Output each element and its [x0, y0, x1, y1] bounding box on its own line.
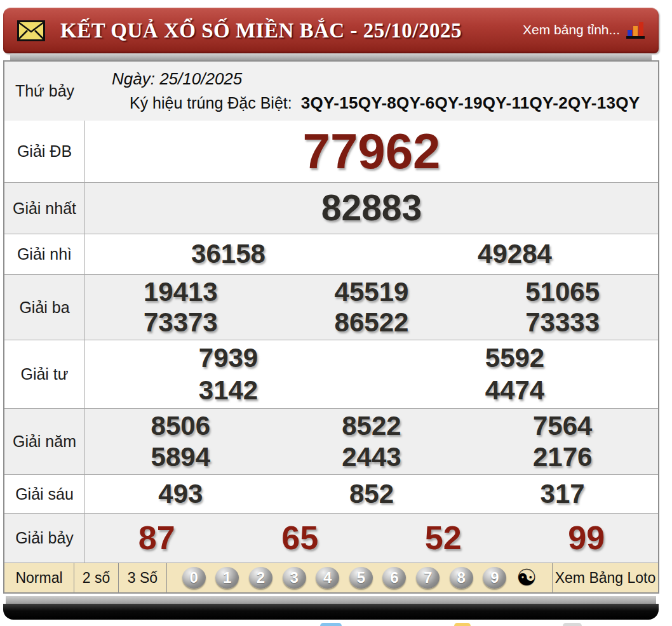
prize-number-line: 79395592 [85, 344, 658, 372]
prize-number: 45519 [276, 278, 467, 306]
prize-number: 8522 [276, 412, 467, 440]
mode-normal-button[interactable]: Normal [4, 563, 74, 592]
digit-2-button[interactable]: 2 [249, 567, 272, 589]
prize-number-line: 77962 [85, 126, 658, 178]
prize-number: 99 [515, 521, 659, 556]
prize-values-sau: 493852317 [85, 475, 658, 513]
prize-number-line: 82883 [85, 189, 658, 227]
prize-row-bay: Giải bảy87655299 [4, 513, 658, 563]
top-bezel [10, 53, 652, 60]
page-title: KẾT QUẢ XỔ SỐ MIỀN BẮC - 25/10/2025 [60, 19, 462, 43]
digit-9-button[interactable]: 9 [483, 567, 506, 589]
prize-number-line: 194134551951065 [85, 278, 658, 306]
prize-values-nam: 850685227564589424432176 [85, 409, 658, 474]
prize-label-tu: Giải tư [4, 340, 85, 408]
date-content: Ngày: 25/10/2025 Ký hiệu trúng Đặc Biệt:… [85, 62, 658, 121]
prize-row-db: Giải ĐB77962 [4, 121, 658, 182]
chart-bar-orange [633, 26, 638, 36]
prize-label-nam: Giải năm [4, 409, 85, 474]
prize-number: 5592 [372, 344, 658, 372]
prize-number: 77962 [85, 126, 658, 178]
prize-number: 73373 [85, 309, 276, 336]
prize-row-tu: Giải tư7939559231424474 [4, 340, 658, 408]
prize-number: 3142 [85, 376, 372, 404]
envelope-icon [17, 20, 45, 41]
results-table: Thứ bảy Ngày: 25/10/2025 Ký hiệu trúng Đ… [3, 60, 659, 594]
digit-3-button[interactable]: 3 [283, 567, 306, 589]
mode-3-digit-button[interactable]: 3 Số [119, 563, 167, 592]
share-icon-partial-blue [320, 623, 342, 626]
prize-label-db: Giải ĐB [4, 121, 85, 182]
prize-values-bay: 87655299 [85, 514, 658, 563]
prize-number-line: 493852317 [85, 480, 658, 508]
prize-number: 2443 [276, 443, 467, 471]
prize-row-nam: Giải năm850685227564589424432176 [4, 408, 658, 474]
prize-values-nhi: 3615849284 [85, 234, 658, 274]
prize-label-ba: Giải ba [4, 275, 85, 340]
prize-label-nhat: Giải nhất [4, 183, 85, 234]
digit-7-button[interactable]: 7 [416, 567, 440, 589]
share-icon-partial-yellow [454, 623, 471, 626]
prize-number: 87 [85, 521, 229, 556]
prize-number: 7564 [467, 412, 658, 440]
bar-chart-icon [626, 22, 645, 39]
weekday-label: Thứ bảy [4, 62, 85, 121]
bottom-bezel-black [3, 604, 659, 620]
prize-values-tu: 7939559231424474 [85, 340, 658, 408]
chart-bar-red [639, 22, 643, 36]
prize-number: 493 [85, 480, 276, 508]
prize-number-line: 87655299 [85, 521, 658, 556]
digit-4-button[interactable]: 4 [316, 567, 339, 589]
prize-number-line: 3615849284 [85, 240, 658, 268]
digit-8-button[interactable]: 8 [450, 567, 473, 589]
special-symbol-line: Ký hiệu trúng Đặc Biệt:3QY-15QY-8QY-6QY-… [85, 93, 658, 113]
mode-2-digit-button[interactable]: 2 số [74, 563, 119, 592]
prize-values-db: 77962 [85, 121, 658, 182]
prize-values-nhat: 82883 [85, 183, 658, 234]
draw-date: Ngày: 25/10/2025 [85, 69, 658, 89]
prize-number: 51065 [467, 278, 658, 306]
digit-6-button[interactable]: 6 [382, 567, 406, 589]
lottery-results-page: KẾT QUẢ XỔ SỐ MIỀN BẮC - 25/10/2025 Xem … [0, 0, 672, 626]
prize-number: 19413 [85, 278, 276, 306]
header-bar: KẾT QUẢ XỔ SỐ MIỀN BẮC - 25/10/2025 Xem … [3, 8, 659, 53]
prize-number: 7939 [85, 344, 372, 372]
prize-number-line: 589424432176 [85, 443, 658, 471]
prize-number-line: 31424474 [85, 376, 658, 404]
prize-number: 86522 [276, 309, 467, 336]
chart-bar-blue [628, 30, 632, 36]
special-symbol-label: Ký hiệu trúng Đặc Biệt: [130, 94, 292, 112]
loto-toolbar: Normal 2 số 3 Số 0123456789☯ Xem Bảng Lo… [4, 563, 658, 592]
prize-label-sau: Giải sáu [4, 475, 85, 513]
prize-number: 49284 [372, 240, 658, 268]
prize-number: 82883 [85, 189, 658, 227]
loto-table-link[interactable]: Xem Bảng Loto [553, 563, 658, 592]
prize-number: 8506 [85, 412, 276, 440]
prize-row-sau: Giải sáu493852317 [4, 474, 658, 513]
prize-row-ba: Giải ba194134551951065733738652273333 [4, 274, 658, 340]
share-icon-partial-gray [563, 623, 582, 626]
prize-row-nhi: Giải nhì3615849284 [4, 234, 658, 274]
prize-label-bay: Giải bảy [4, 514, 85, 563]
special-symbol-value: 3QY-15QY-8QY-6QY-19QY-11QY-2QY-13QY [301, 93, 640, 112]
yinyang-icon[interactable]: ☯ [516, 567, 537, 589]
prize-values-ba: 194134551951065733738652273333 [85, 275, 658, 340]
digit-filter-strip: 0123456789☯ [167, 563, 553, 592]
prize-number: 52 [372, 521, 515, 556]
prize-label-nhi: Giải nhì [4, 234, 85, 274]
prize-number: 317 [467, 480, 658, 508]
digit-1-button[interactable]: 1 [215, 567, 239, 589]
prize-number: 36158 [85, 240, 372, 268]
prize-number: 4474 [372, 376, 658, 404]
prize-row-nhat: Giải nhất82883 [4, 182, 658, 234]
digit-0-button[interactable]: 0 [182, 567, 206, 589]
prize-number: 73333 [467, 309, 658, 336]
prize-rows-container: Giải ĐB77962Giải nhất82883Giải nhì361584… [4, 121, 658, 563]
date-row: Thứ bảy Ngày: 25/10/2025 Ký hiệu trúng Đ… [4, 62, 658, 121]
prize-number: 852 [276, 480, 467, 508]
digit-5-button[interactable]: 5 [349, 567, 373, 589]
province-link-label: Xem bảng tỉnh... [523, 22, 620, 39]
prize-number-line: 850685227564 [85, 412, 658, 440]
province-table-link[interactable]: Xem bảng tỉnh... [523, 22, 645, 39]
prize-number: 2176 [467, 443, 658, 471]
